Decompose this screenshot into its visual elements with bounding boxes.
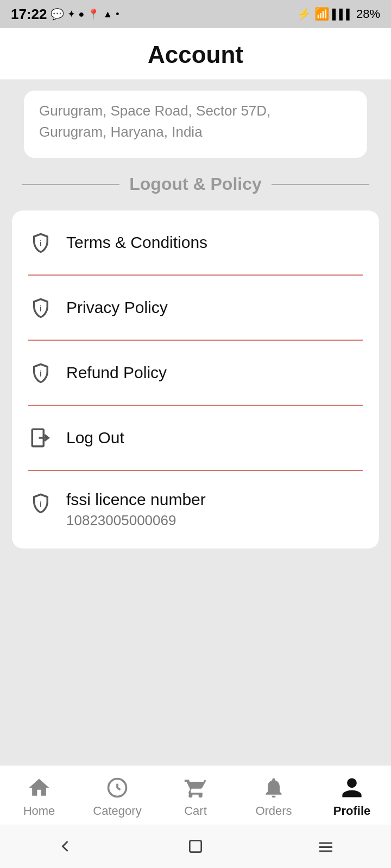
whatsapp-icon: 💬 — [51, 8, 64, 21]
policy-card: i Terms & Conditions i Privacy Policy i … — [12, 210, 379, 548]
divider-label: Logout & Policy — [129, 174, 262, 194]
svg-text:i: i — [40, 500, 42, 508]
fssi-number: 10823005000069 — [66, 512, 206, 529]
divider-line-left — [22, 184, 119, 185]
location-icon: 📍 — [87, 8, 99, 20]
back-button[interactable] — [52, 833, 79, 860]
recents-button[interactable] — [312, 833, 339, 860]
fssi-title: fssi licence number — [66, 490, 206, 509]
svg-text:i: i — [40, 369, 42, 378]
fssi-text: fssi licence number 10823005000069 — [66, 490, 206, 529]
fssi-shield-icon: i — [28, 490, 53, 515]
account-header: Account — [0, 28, 391, 80]
nav-profile-label: Profile — [333, 804, 370, 818]
refund-policy-label: Refund Policy — [66, 363, 167, 382]
refund-policy-item[interactable]: i Refund Policy — [12, 341, 379, 405]
address-line1: Gurugram, Space Road, Sector 57D, — [39, 103, 270, 119]
nav-orders-label: Orders — [255, 804, 292, 818]
privacy-shield-icon: i — [28, 295, 53, 320]
address-card: Gurugram, Space Road, Sector 57D, Gurugr… — [24, 91, 367, 158]
terms-shield-icon: i — [28, 230, 53, 255]
signal-icon: ▌▌▌ — [332, 9, 353, 20]
nav-cart-label: Cart — [184, 804, 207, 818]
category-icon — [104, 775, 130, 801]
status-time: 17:22 — [11, 6, 47, 23]
nav-category-label: Category — [93, 804, 141, 818]
battery-text: 28% — [356, 7, 380, 21]
status-bar: 17:22 💬 ✦ ● 📍 ▲ • ⚡ 📶 ▌▌▌ 28% — [0, 0, 391, 28]
terms-conditions-label: Terms & Conditions — [66, 233, 207, 252]
nav-orders[interactable]: Orders — [247, 775, 301, 818]
page-title: Account — [148, 41, 243, 68]
section-divider: Logout & Policy — [0, 158, 391, 210]
cart-icon — [182, 775, 209, 801]
status-icon-3: ● — [79, 9, 85, 20]
svg-line-8 — [117, 788, 121, 790]
nav-home-label: Home — [23, 804, 55, 818]
privacy-policy-label: Privacy Policy — [66, 298, 168, 317]
logout-label: Log Out — [66, 429, 124, 447]
svg-text:i: i — [40, 304, 42, 313]
divider-after-logout — [28, 470, 363, 471]
status-left: 17:22 💬 ✦ ● 📍 ▲ • — [11, 6, 119, 23]
refund-shield-icon: i — [28, 360, 53, 385]
logout-item[interactable]: Log Out — [12, 406, 379, 470]
orders-icon — [261, 775, 287, 801]
privacy-policy-item[interactable]: i Privacy Policy — [12, 276, 379, 340]
bottom-nav: Home Category Cart Orders — [0, 765, 391, 825]
home-icon — [26, 775, 52, 801]
svg-rect-9 — [190, 840, 201, 852]
android-nav — [0, 825, 391, 868]
dot-icon: • — [116, 9, 119, 20]
status-right: ⚡ 📶 ▌▌▌ 28% — [297, 7, 380, 21]
address-line2: Gurugram, Haryana, India — [39, 124, 203, 140]
svg-text:i: i — [40, 239, 42, 248]
terms-conditions-item[interactable]: i Terms & Conditions — [12, 210, 379, 275]
nav-cart[interactable]: Cart — [168, 775, 223, 818]
fssi-item: i fssi licence number 10823005000069 — [12, 471, 379, 548]
status-icon-2: ✦ — [67, 8, 75, 20]
wifi-icon: 📶 — [314, 7, 329, 21]
home-button[interactable] — [182, 833, 209, 860]
profile-icon — [339, 775, 365, 801]
bluetooth-icon: ⚡ — [297, 7, 311, 21]
nav-home[interactable]: Home — [12, 775, 66, 818]
status-icon-5: ▲ — [103, 9, 112, 20]
divider-line-right — [272, 184, 369, 185]
nav-profile[interactable]: Profile — [325, 775, 379, 818]
logout-icon — [28, 425, 53, 450]
nav-category[interactable]: Category — [90, 775, 144, 818]
address-partial: Gurugram, Space Road, Sector 57D, Gurugr… — [39, 100, 352, 143]
